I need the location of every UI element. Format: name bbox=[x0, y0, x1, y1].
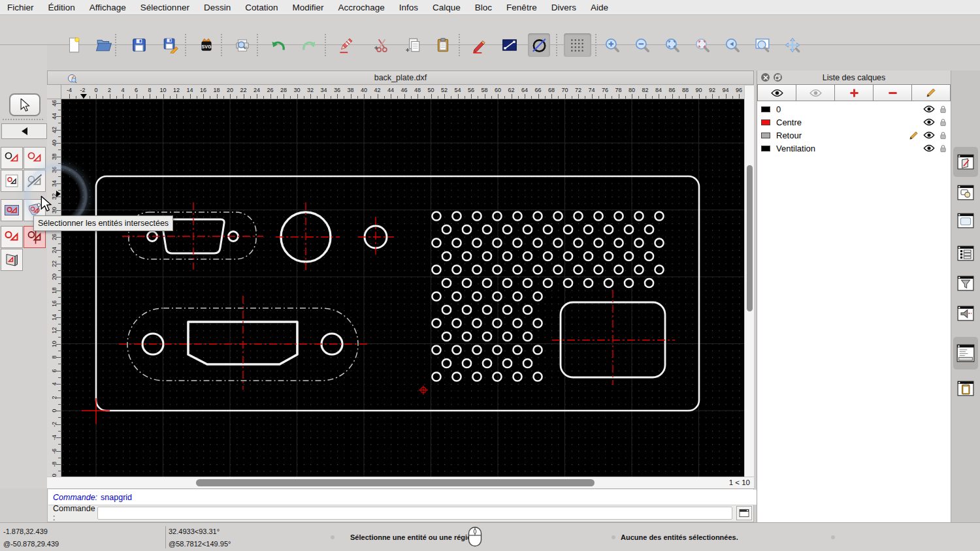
menu-item-accrochage[interactable]: Accrochage bbox=[331, 3, 391, 12]
ruler-tick bbox=[431, 94, 432, 99]
remove-layer-button[interactable] bbox=[874, 84, 912, 101]
drawing-window-titlebar[interactable]: back_plate.dxf bbox=[47, 71, 754, 85]
grid-toggle-button[interactable] bbox=[564, 33, 591, 57]
layer-visibility-icon[interactable] bbox=[923, 105, 935, 113]
menu-item-infos[interactable]: Infos bbox=[392, 3, 425, 12]
ruler-label: 42 bbox=[51, 123, 57, 136]
menu-item-affichage[interactable]: Affichage bbox=[82, 3, 133, 12]
edit-layer-button[interactable] bbox=[912, 84, 951, 101]
layer-lock-icon[interactable] bbox=[939, 131, 947, 140]
layer-lock-icon[interactable] bbox=[939, 144, 947, 153]
cut-button[interactable] bbox=[370, 33, 393, 57]
selection-pointer-button[interactable] bbox=[9, 93, 41, 116]
zoom-in-button[interactable] bbox=[601, 33, 623, 57]
layer-lock-icon[interactable] bbox=[939, 118, 947, 127]
copy-button[interactable] bbox=[402, 33, 424, 57]
layer-visibility-icon[interactable] bbox=[923, 131, 935, 139]
print-preview-button[interactable] bbox=[231, 33, 253, 57]
layer-color-swatch[interactable] bbox=[761, 106, 770, 112]
layer-color-swatch[interactable] bbox=[761, 146, 770, 151]
hide-all-layers-button[interactable] bbox=[796, 84, 835, 101]
add-layer-button[interactable] bbox=[835, 84, 874, 101]
deselect-window-button[interactable] bbox=[24, 170, 46, 192]
float-panel-button[interactable] bbox=[774, 73, 782, 82]
entity-list-dock-button[interactable] bbox=[956, 244, 975, 262]
undo-button[interactable] bbox=[267, 33, 289, 57]
new-file-button[interactable] bbox=[63, 33, 85, 57]
save-button[interactable] bbox=[128, 33, 150, 57]
zoom-out-button[interactable] bbox=[631, 33, 653, 57]
close-panel-button[interactable] bbox=[761, 73, 770, 82]
zoom-previous-button[interactable] bbox=[691, 33, 713, 57]
ruler-label: 20 bbox=[51, 270, 57, 283]
deselect-entity-button[interactable] bbox=[24, 147, 46, 169]
show-all-layers-button[interactable] bbox=[757, 84, 796, 101]
ruler-label: 42 bbox=[371, 87, 384, 93]
redo-button[interactable] bbox=[298, 33, 320, 57]
command-input[interactable] bbox=[97, 507, 732, 520]
zoom-ratio-indicator: 1 < 10 bbox=[729, 479, 750, 486]
horizontal-scrollbar-thumb[interactable] bbox=[196, 479, 595, 486]
layer-visibility-icon[interactable] bbox=[923, 144, 935, 152]
open-file-button[interactable] bbox=[93, 33, 115, 57]
circle-attributes-button[interactable] bbox=[528, 33, 550, 57]
ruler-tick bbox=[58, 364, 61, 364]
menu-item-selectionner[interactable]: Sélectionner bbox=[133, 3, 197, 12]
menu-item-bloc[interactable]: Bloc bbox=[468, 3, 499, 12]
select-window-button[interactable] bbox=[1, 170, 23, 192]
zoom-pan-button[interactable] bbox=[781, 33, 804, 57]
ruler-label: 4 bbox=[116, 87, 129, 93]
vertical-scrollbar-thumb[interactable] bbox=[747, 165, 753, 311]
command-widget-dock-button[interactable] bbox=[956, 344, 975, 362]
ruler-tick bbox=[612, 96, 612, 99]
coordinate-relative: @-50.878,29.439 bbox=[3, 540, 59, 548]
select-entity-button[interactable] bbox=[1, 147, 23, 169]
select-all-button[interactable] bbox=[1, 199, 23, 221]
save-as-button[interactable] bbox=[159, 33, 182, 57]
vertical-scrollbar[interactable] bbox=[744, 86, 754, 477]
layer-list-dock-button[interactable] bbox=[956, 153, 975, 171]
svg-export-button[interactable]: SVG bbox=[195, 33, 218, 57]
layer-row[interactable]: Ventilation bbox=[757, 142, 951, 155]
command-dock-toggle-button[interactable] bbox=[736, 506, 752, 520]
menu-item-calque[interactable]: Calque bbox=[425, 3, 468, 12]
horizontal-ruler: -4-2024681012141618202224262830323436384… bbox=[61, 85, 744, 99]
layer-list: 0 Centre Retour Ventilation bbox=[757, 102, 951, 155]
menu-item-fenetre[interactable]: Fenêtre bbox=[499, 3, 544, 12]
layer-row[interactable]: Retour bbox=[757, 129, 951, 142]
zoom-window-button[interactable] bbox=[751, 33, 774, 57]
entity-filter-dock-button[interactable] bbox=[956, 274, 975, 292]
block-list-dock-button[interactable] bbox=[956, 183, 975, 202]
select-contour-button[interactable] bbox=[1, 226, 23, 248]
line-attributes-button[interactable] bbox=[498, 33, 521, 57]
menu-item-cotation[interactable]: Cotation bbox=[238, 3, 285, 12]
delete-button[interactable] bbox=[335, 33, 357, 57]
ruler-tick bbox=[176, 94, 177, 99]
layer-row[interactable]: Centre bbox=[757, 116, 951, 129]
horizontal-scrollbar[interactable]: 1 < 10 bbox=[47, 477, 754, 488]
paste-button[interactable] bbox=[432, 33, 454, 57]
zoom-auto-button[interactable] bbox=[661, 33, 683, 57]
layer-row[interactable]: 0 bbox=[757, 102, 951, 116]
select-layer-button[interactable] bbox=[1, 249, 23, 271]
layer-visibility-icon[interactable] bbox=[923, 118, 935, 126]
ruler-tick bbox=[404, 94, 405, 99]
float-icon bbox=[775, 74, 781, 80]
layer-lock-icon[interactable] bbox=[939, 105, 947, 114]
zoom-back-button[interactable] bbox=[721, 33, 743, 57]
notification-dock-button[interactable] bbox=[956, 304, 975, 323]
drawing-canvas[interactable] bbox=[61, 99, 744, 477]
pen-attributes-button[interactable] bbox=[468, 33, 490, 57]
library-browser-dock-button[interactable] bbox=[956, 212, 975, 230]
menu-item-fichier[interactable]: Fichier bbox=[0, 3, 41, 12]
menu-item-dessin[interactable]: Dessin bbox=[197, 3, 238, 12]
back-button[interactable] bbox=[1, 123, 47, 139]
menu-item-divers[interactable]: Divers bbox=[544, 3, 583, 12]
menu-item-edition[interactable]: Édition bbox=[41, 3, 82, 12]
layer-color-swatch[interactable] bbox=[761, 119, 770, 125]
ruler-tick bbox=[638, 96, 639, 99]
menu-item-modifier[interactable]: Modifier bbox=[285, 3, 331, 12]
layer-color-swatch[interactable] bbox=[761, 133, 770, 138]
menu-item-aide[interactable]: Aide bbox=[583, 3, 615, 12]
clipboard-dock-button[interactable] bbox=[956, 379, 975, 398]
